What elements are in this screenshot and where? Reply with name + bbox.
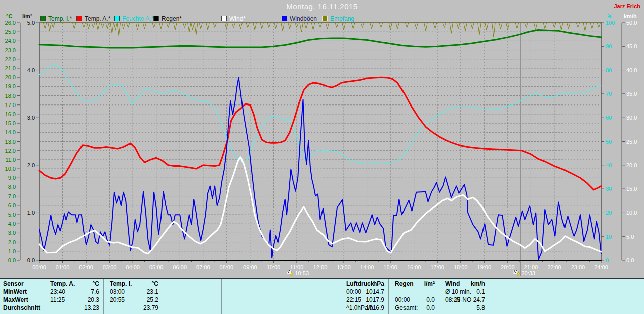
svg-text:05:00: 05:00 bbox=[149, 264, 164, 270]
svg-text:13.0: 13.0 bbox=[5, 139, 16, 145]
svg-text:22:00: 22:00 bbox=[547, 264, 561, 270]
svg-text:0: 0 bbox=[606, 257, 609, 263]
svg-text:7.0: 7.0 bbox=[8, 193, 16, 199]
svg-text:10.0: 10.0 bbox=[5, 166, 16, 172]
svg-text:20.0: 20.0 bbox=[626, 162, 637, 168]
svg-text:20:00: 20:00 bbox=[501, 264, 515, 270]
svg-text:10:00: 10:00 bbox=[267, 264, 281, 270]
svg-text:2.0: 2.0 bbox=[27, 162, 35, 168]
svg-text:19.0: 19.0 bbox=[5, 83, 16, 89]
svg-text:14.0: 14.0 bbox=[5, 129, 16, 135]
svg-text:100: 100 bbox=[606, 20, 615, 26]
svg-text:09:00: 09:00 bbox=[243, 264, 257, 270]
svg-text:10.0: 10.0 bbox=[626, 210, 637, 216]
svg-text:23:00: 23:00 bbox=[571, 264, 585, 270]
svg-text:11:00: 11:00 bbox=[290, 264, 304, 270]
cell-value: 1016.9 bbox=[346, 304, 384, 312]
svg-text:4.0: 4.0 bbox=[8, 221, 16, 227]
svg-text:45.0: 45.0 bbox=[626, 43, 637, 49]
col-unit: hPa bbox=[346, 280, 384, 288]
svg-text:16:00: 16:00 bbox=[407, 264, 421, 270]
svg-text:4.0: 4.0 bbox=[27, 67, 35, 73]
svg-text:19:00: 19:00 bbox=[477, 264, 492, 270]
svg-text:08:00: 08:00 bbox=[220, 264, 234, 270]
svg-text:40: 40 bbox=[606, 162, 612, 168]
cell-value: 0.1 bbox=[445, 288, 485, 296]
cell-value: N-NO 24.7 bbox=[445, 296, 485, 304]
svg-text:17.0: 17.0 bbox=[5, 102, 16, 108]
svg-text:18.0: 18.0 bbox=[5, 93, 16, 99]
cell-value: 13.23 bbox=[50, 304, 99, 312]
svg-text:20:33: 20:33 bbox=[521, 270, 535, 276]
cell-value: 7.6 bbox=[50, 288, 99, 296]
svg-text:24.0: 24.0 bbox=[5, 38, 16, 44]
svg-text:2.0: 2.0 bbox=[8, 239, 16, 245]
svg-text:80: 80 bbox=[606, 67, 612, 73]
svg-text:0.0: 0.0 bbox=[27, 257, 35, 263]
weather-app-window: Montag, 16.11.2015 Jarz Erich °C l/m² % … bbox=[0, 0, 644, 314]
svg-text:24:00: 24:00 bbox=[594, 264, 608, 270]
col-unit: km/h bbox=[445, 280, 485, 288]
svg-text:22.0: 22.0 bbox=[5, 56, 16, 62]
svg-text:12.0: 12.0 bbox=[5, 148, 16, 154]
svg-text:03:00: 03:00 bbox=[103, 264, 117, 270]
svg-text:21:00: 21:00 bbox=[524, 264, 538, 270]
svg-text:50: 50 bbox=[606, 139, 612, 145]
svg-text:0.0: 0.0 bbox=[626, 257, 634, 263]
table-column-divider bbox=[281, 279, 281, 314]
svg-text:26.0: 26.0 bbox=[5, 20, 16, 26]
cell-value: 25.2 bbox=[110, 296, 158, 304]
svg-text:8.0: 8.0 bbox=[8, 184, 16, 190]
svg-text:5.0: 5.0 bbox=[27, 20, 35, 26]
col-unit: °C bbox=[110, 280, 158, 288]
svg-text:20: 20 bbox=[606, 210, 612, 216]
svg-text:06:00: 06:00 bbox=[173, 264, 187, 270]
cell-value: 23.1 bbox=[110, 288, 158, 296]
table-column-divider bbox=[103, 279, 104, 314]
svg-text:5.0: 5.0 bbox=[626, 234, 634, 240]
svg-text:17:00: 17:00 bbox=[430, 264, 444, 270]
svg-text:40.0: 40.0 bbox=[626, 67, 637, 73]
cell-value: 1014.7 bbox=[346, 288, 384, 296]
svg-text:07:00: 07:00 bbox=[196, 264, 210, 270]
svg-text:1.0: 1.0 bbox=[8, 248, 16, 254]
svg-text:9.0: 9.0 bbox=[8, 175, 16, 181]
stats-table: SensorMinWertMaxWertDurchschnittTemp. A.… bbox=[0, 278, 644, 314]
svg-text:18:00: 18:00 bbox=[454, 264, 468, 270]
svg-text:11.0: 11.0 bbox=[5, 157, 16, 163]
col-unit: l/m² bbox=[395, 280, 435, 288]
table-column-divider bbox=[163, 279, 163, 314]
svg-text:15:00: 15:00 bbox=[383, 264, 397, 270]
svg-text:25.0: 25.0 bbox=[5, 29, 16, 35]
svg-text:13:00: 13:00 bbox=[337, 264, 351, 270]
svg-text:25.0: 25.0 bbox=[626, 139, 637, 145]
table-column-divider bbox=[44, 279, 44, 314]
svg-text:20.0: 20.0 bbox=[5, 74, 16, 80]
table-column-divider bbox=[221, 279, 222, 314]
svg-text:3.0: 3.0 bbox=[8, 230, 16, 236]
table-column-divider bbox=[388, 279, 389, 314]
row-label: MinWert bbox=[3, 288, 42, 296]
cell-value: 1017.9 bbox=[346, 296, 384, 304]
col-unit: °C bbox=[50, 280, 99, 288]
row-label: MaxWert bbox=[3, 296, 42, 304]
svg-text:14:00: 14:00 bbox=[360, 264, 374, 270]
svg-text:30: 30 bbox=[606, 186, 612, 192]
svg-text:15.0: 15.0 bbox=[5, 120, 16, 126]
svg-text:21.0: 21.0 bbox=[5, 65, 16, 71]
svg-text:16.0: 16.0 bbox=[5, 111, 16, 117]
row-label: Durchschnitt bbox=[3, 304, 42, 312]
svg-text:02:00: 02:00 bbox=[79, 264, 93, 270]
svg-text:23.0: 23.0 bbox=[5, 47, 16, 53]
table-column-divider bbox=[439, 279, 439, 314]
svg-text:1.0: 1.0 bbox=[27, 210, 35, 216]
cell-value: 20.3 bbox=[50, 296, 99, 304]
row-label: Sensor bbox=[3, 280, 42, 288]
svg-text:01:00: 01:00 bbox=[56, 264, 70, 270]
svg-text:60: 60 bbox=[606, 115, 612, 121]
svg-text:35.0: 35.0 bbox=[626, 91, 637, 97]
svg-text:15.0: 15.0 bbox=[626, 186, 637, 192]
svg-text:3.0: 3.0 bbox=[27, 115, 35, 121]
cell-value: 0.0 bbox=[395, 304, 435, 312]
cell-value: 0.0 bbox=[395, 296, 435, 304]
